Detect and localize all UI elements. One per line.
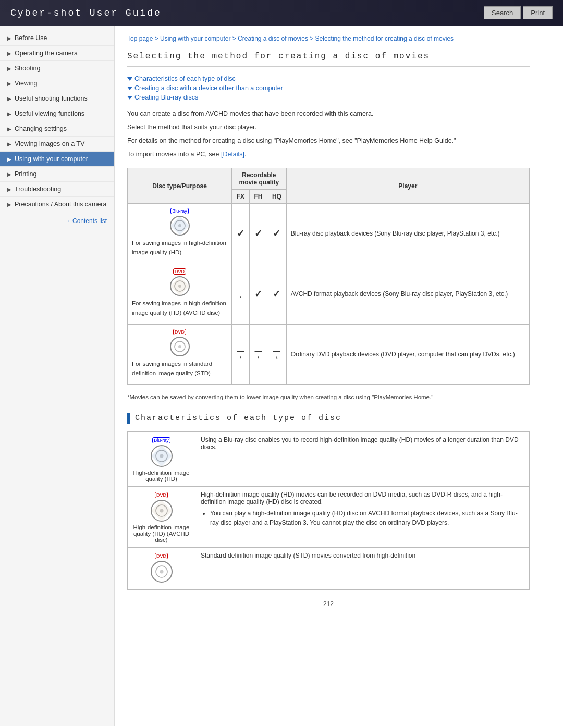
link-bluray[interactable]: Creating Blu-ray discs [134, 94, 198, 101]
char-desc-1: Using a Blu-ray disc enables you to reco… [195, 431, 530, 486]
sidebar-item-operating[interactable]: ▶ Operating the camera [0, 46, 114, 61]
disc-icon-bluray: Blu-ray [132, 207, 227, 236]
table-row: Blu-ray For saving images in high-defini… [128, 204, 530, 264]
cell-fx-2: — * [232, 264, 250, 324]
sidebar-item-using-computer[interactable]: ▶ Using with your computer [0, 152, 114, 167]
triangle-down-icon [127, 77, 132, 81]
arrow-icon: ▶ [7, 66, 11, 71]
col-fx: FX [232, 190, 250, 204]
sidebar-item-changing-settings[interactable]: ▶ Changing settings [0, 121, 114, 137]
col-fh: FH [249, 190, 267, 204]
main-content: Top page > Using with your computer > Cr… [115, 26, 542, 726]
triangle-down-icon [127, 87, 132, 90]
main-layout: ▶ Before Use ▶ Operating the camera ▶ Sh… [0, 26, 563, 726]
intro-text-1: You can create a disc from AVCHD movies … [127, 108, 530, 119]
contents-list-label: Contents list [72, 217, 107, 225]
link-characteristics[interactable]: Characteristics of each type of disc [134, 75, 236, 82]
cell-hq-3: — * [267, 324, 287, 385]
link-item: Creating Blu-ray discs [127, 94, 530, 101]
char-disc-cell-3: DVD [128, 547, 195, 589]
sidebar-item-useful-viewing[interactable]: ▶ Useful viewing functions [0, 106, 114, 121]
sidebar-item-label: Operating the camera [15, 50, 78, 57]
triangle-down-icon [127, 96, 132, 100]
cell-fh-3: — * [249, 324, 267, 385]
disc-cell-3: DVD For saving images in standard defini… [128, 324, 232, 385]
disc-cell-2: DVD For saving images in high-definition… [128, 264, 232, 324]
sidebar-item-label: Viewing [15, 80, 38, 87]
char-disc-cell-2: DVD High-definition image quality (HD) (… [128, 486, 195, 547]
svg-point-17 [160, 570, 163, 573]
char-disc-icon-1: Blu-ray [133, 436, 190, 467]
link-device[interactable]: Creating a disc with a device other than… [134, 84, 283, 92]
disc-icon-dvd-std: DVD [132, 328, 227, 357]
sidebar-item-label: Viewing images on a TV [15, 140, 84, 147]
search-button[interactable]: Search [484, 6, 521, 19]
char-disc-desc-2: High-definition image quality (HD) (AVCH… [133, 524, 190, 543]
arrow-right-icon: → [64, 217, 70, 225]
arrow-icon: ▶ [7, 202, 11, 207]
sidebar-item-label: Using with your computer [15, 155, 88, 163]
disc-purpose-1: For saving images in high-definition ima… [132, 238, 227, 257]
arrow-icon: ▶ [7, 35, 11, 41]
breadcrumb-selecting[interactable]: Selecting the method for creating a disc… [315, 35, 454, 42]
sidebar-item-label: Useful shooting functions [15, 95, 88, 102]
cell-fh-1: ✓ [249, 204, 267, 264]
sidebar: ▶ Before Use ▶ Operating the camera ▶ Sh… [0, 26, 115, 726]
breadcrumb-computer[interactable]: Using with your computer [160, 35, 230, 42]
cell-fh-2: ✓ [249, 264, 267, 324]
characteristics-title: Characteristics of each type of disc [135, 414, 341, 423]
header-buttons: Search Print [484, 6, 553, 19]
links-list: Characteristics of each type of disc Cre… [127, 75, 530, 101]
print-button[interactable]: Print [523, 6, 553, 19]
sidebar-contents: → Contents list [0, 212, 114, 230]
intro-text-4: To import movies into a PC, see [Details… [127, 149, 530, 159]
sidebar-item-viewing[interactable]: ▶ Viewing [0, 76, 114, 91]
table-row: DVD For saving images in high-definition… [128, 264, 530, 324]
arrow-icon: ▶ [7, 126, 11, 132]
arrow-icon: ▶ [7, 156, 11, 162]
sidebar-item-label: Before Use [15, 34, 47, 42]
disc-icon-dvd-avchd: DVD [132, 267, 227, 297]
page-number: 212 [127, 600, 530, 608]
sidebar-item-precautions[interactable]: ▶ Precautions / About this camera [0, 197, 114, 212]
header: Cyber-shot User Guide Search Print [0, 0, 563, 26]
contents-list-link[interactable]: → Contents list [7, 217, 107, 225]
page-title: Selecting the method for creating a disc… [127, 52, 530, 67]
characteristics-table: Blu-ray High-definition image quality (H… [127, 431, 530, 590]
char-desc-2: High-definition image quality (HD) movie… [195, 486, 530, 547]
intro-text-3: For details on the method for creating a… [127, 135, 530, 146]
breadcrumb-creating[interactable]: Creating a disc of movies [238, 35, 308, 42]
char-disc-icon-3: DVD [133, 552, 190, 583]
link-item: Characteristics of each type of disc [127, 75, 530, 82]
col-disc-header: Disc type/Purpose [128, 168, 232, 204]
footnote: *Movies can be saved by converting them … [127, 393, 530, 402]
sidebar-item-label: Troubleshooting [15, 186, 61, 193]
char-row: DVD Standard definition image quality (S… [128, 547, 530, 589]
sidebar-item-label: Precautions / About this camera [15, 201, 106, 208]
arrow-icon: ▶ [7, 187, 11, 192]
player-3: Ordinary DVD playback devices (DVD playe… [286, 324, 529, 385]
col-player-header: Player [286, 168, 529, 204]
arrow-icon: ▶ [7, 171, 11, 177]
col-hq: HQ [267, 190, 287, 204]
table-row: DVD For saving images in standard defini… [128, 324, 530, 385]
details-link[interactable]: [Details] [221, 151, 244, 158]
sidebar-item-useful-shooting[interactable]: ▶ Useful shooting functions [0, 91, 114, 106]
char-row: DVD High-definition image quality (HD) (… [128, 486, 530, 547]
player-1: Blu-ray disc playback devices (Sony Blu-… [286, 204, 529, 264]
arrow-icon: ▶ [7, 51, 11, 56]
cell-fx-1: ✓ [232, 204, 250, 264]
link-item: Creating a disc with a device other than… [127, 84, 530, 92]
breadcrumb-top[interactable]: Top page [127, 35, 153, 42]
sidebar-item-printing[interactable]: ▶ Printing [0, 167, 114, 182]
intro-text-2: Select the method that suits your disc p… [127, 122, 530, 132]
cell-hq-1: ✓ [267, 204, 287, 264]
sidebar-item-viewing-tv[interactable]: ▶ Viewing images on a TV [0, 137, 114, 152]
char-bullet: You can play a high-definition image qua… [210, 509, 524, 527]
sidebar-item-shooting[interactable]: ▶ Shooting [0, 61, 114, 76]
sidebar-item-troubleshooting[interactable]: ▶ Troubleshooting [0, 182, 114, 197]
sidebar-item-label: Printing [15, 170, 36, 178]
sidebar-item-before-use[interactable]: ▶ Before Use [0, 31, 114, 46]
breadcrumb: Top page > Using with your computer > Cr… [127, 34, 530, 43]
svg-point-8 [178, 345, 181, 348]
